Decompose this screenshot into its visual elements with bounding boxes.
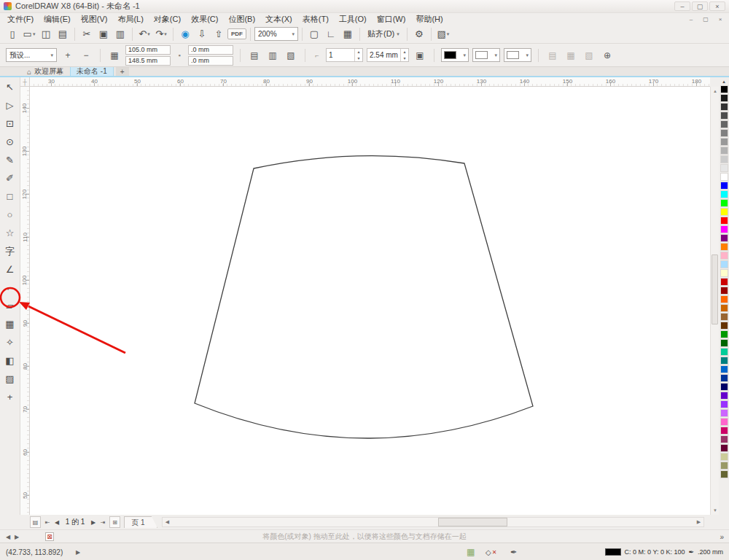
- cut-button[interactable]: ✂: [79, 27, 95, 42]
- search-content-button[interactable]: ◉: [177, 27, 193, 42]
- menu-bitmaps[interactable]: 位图(B): [223, 13, 260, 26]
- palette-color-swatch[interactable]: [720, 190, 728, 198]
- corner-style-icon[interactable]: ⌐: [312, 48, 322, 63]
- count-spin-buttons[interactable]: ▴▾: [354, 49, 362, 61]
- palette-color-swatch[interactable]: [720, 374, 728, 382]
- horizontal-ruler[interactable]: 3040506070809010011012013014015016017018…: [30, 77, 710, 87]
- offset-y-field[interactable]: .0 mm: [188, 56, 233, 66]
- menu-view[interactable]: 视图(V): [76, 13, 113, 26]
- horizontal-scrollbar[interactable]: ◀ ▶: [162, 517, 704, 527]
- artistic-media-tool[interactable]: ✐: [1, 169, 19, 187]
- count-stepper[interactable]: 1 ▴▾: [326, 48, 363, 62]
- palette-color-swatch[interactable]: [720, 278, 728, 286]
- eyedropper-tool[interactable]: ✧: [1, 333, 19, 351]
- undo-button[interactable]: ↶▾: [136, 27, 152, 42]
- menu-object[interactable]: 对象(C): [149, 13, 186, 26]
- order-button[interactable]: ▧: [582, 48, 596, 63]
- lampshade-shape[interactable]: [195, 156, 533, 438]
- palette-color-swatch[interactable]: [720, 103, 728, 111]
- shape-tool[interactable]: ▷: [1, 96, 19, 114]
- snap-to-dropdown[interactable]: 贴齐(D) ▾: [364, 27, 403, 42]
- open-button[interactable]: ▭▾: [21, 27, 37, 42]
- palette-color-swatch[interactable]: [720, 173, 728, 181]
- document-palette-icon[interactable]: ▦: [467, 543, 475, 560]
- page-sorter-button[interactable]: ▤: [30, 516, 41, 528]
- palette-color-swatch[interactable]: [720, 217, 728, 225]
- options-button[interactable]: ⚙: [411, 27, 427, 42]
- doc-restore-button[interactable]: ▢: [699, 15, 712, 23]
- save-button[interactable]: ◫: [38, 27, 54, 42]
- print-button[interactable]: ▤: [55, 27, 71, 42]
- spacing-stepper[interactable]: 2.54 mm ▴▾: [367, 48, 409, 62]
- menu-text[interactable]: 文本(X): [260, 13, 297, 26]
- palette-color-swatch[interactable]: [720, 269, 728, 277]
- palette-color-swatch[interactable]: [720, 295, 728, 303]
- crop-tool[interactable]: ⊡: [1, 114, 19, 133]
- fullscreen-preview-button[interactable]: ▢: [306, 27, 322, 42]
- scroll-left-button[interactable]: ◀: [163, 518, 172, 526]
- palette-color-swatch[interactable]: [720, 120, 728, 128]
- wrap-text-button[interactable]: ▤: [545, 48, 560, 63]
- offset-x-field[interactable]: .0 mm: [188, 45, 233, 55]
- palette-color-swatch[interactable]: [720, 339, 728, 347]
- snap-option-2-button[interactable]: ▥: [265, 48, 280, 63]
- palette-color-swatch[interactable]: [720, 164, 728, 172]
- menu-file[interactable]: 文件(F): [2, 13, 39, 26]
- rectangle-tool[interactable]: □: [1, 187, 19, 206]
- menu-window[interactable]: 窗口(W): [372, 13, 411, 26]
- drawing-canvas[interactable]: [30, 87, 710, 515]
- scroll-right-button[interactable]: ▶: [694, 518, 703, 526]
- palette-color-swatch[interactable]: [720, 138, 728, 146]
- palette-color-swatch[interactable]: [720, 427, 728, 435]
- add-page-button[interactable]: ⊞: [109, 516, 120, 528]
- redo-button[interactable]: ↷▾: [153, 27, 169, 42]
- close-button[interactable]: ×: [709, 1, 725, 11]
- palette-color-swatch[interactable]: [720, 260, 728, 268]
- palette-color-swatch[interactable]: [720, 418, 728, 426]
- palette-color-swatch[interactable]: [720, 392, 728, 400]
- zoom-tool[interactable]: ⊙: [1, 133, 19, 151]
- show-rulers-button[interactable]: ∟: [323, 27, 339, 42]
- palette-color-swatch[interactable]: [720, 348, 728, 356]
- first-page-button[interactable]: ⇤: [43, 516, 52, 528]
- palette-color-swatch[interactable]: [720, 147, 728, 155]
- page-layout-icon[interactable]: ▦: [107, 48, 122, 63]
- ellipse-tool[interactable]: ○: [1, 206, 19, 224]
- previous-page-button[interactable]: ◀: [52, 516, 61, 528]
- polygon-tool[interactable]: ☆: [1, 224, 19, 242]
- menu-edit[interactable]: 编辑(E): [39, 13, 76, 26]
- palette-color-swatch[interactable]: [720, 199, 728, 207]
- palette-color-swatch[interactable]: [720, 252, 728, 260]
- fill-color-select-2[interactable]: ▾: [504, 48, 531, 62]
- palette-color-swatch[interactable]: [720, 304, 728, 312]
- palette-color-swatch[interactable]: [720, 243, 728, 251]
- next-page-button[interactable]: ▶: [89, 516, 98, 528]
- app-launcher-button[interactable]: ▧▾: [435, 27, 451, 42]
- palette-color-swatch[interactable]: [720, 409, 728, 417]
- menu-help[interactable]: 帮助(H): [410, 13, 448, 26]
- snap-option-1-button[interactable]: ▤: [247, 48, 262, 63]
- menu-table[interactable]: 表格(T): [297, 13, 334, 26]
- preset-select[interactable]: 预设... ▾: [6, 48, 57, 62]
- show-grid-button[interactable]: ▦: [340, 27, 356, 42]
- palette-color-swatch[interactable]: [720, 182, 728, 190]
- copy-button[interactable]: ▣: [95, 27, 112, 42]
- publish-pdf-button[interactable]: PDF: [227, 28, 246, 39]
- page-1-tab[interactable]: 页 1: [124, 516, 157, 528]
- new-document-button[interactable]: ▯: [4, 27, 20, 42]
- palette-color-swatch[interactable]: [720, 94, 728, 102]
- maximize-button[interactable]: ▢: [692, 1, 708, 11]
- group-button[interactable]: ▦: [564, 48, 578, 63]
- transparency-tool[interactable]: ▦: [1, 315, 19, 333]
- tab-document[interactable]: 未命名 -1: [70, 67, 114, 76]
- interactive-fill-tool[interactable]: ◧: [1, 351, 19, 370]
- doc-minimize-button[interactable]: –: [685, 15, 698, 23]
- palette-color-swatch[interactable]: [720, 462, 728, 470]
- horizontal-scroll-thumb[interactable]: [438, 518, 507, 526]
- palette-color-swatch[interactable]: [720, 225, 728, 233]
- palette-color-swatch[interactable]: [720, 234, 728, 242]
- tab-welcome-screen[interactable]: ⌂ 欢迎屏幕: [20, 67, 70, 76]
- palette-color-swatch[interactable]: [720, 208, 728, 216]
- vertical-ruler[interactable]: 1401301201101009080706050: [20, 87, 30, 515]
- new-tab-button[interactable]: +: [116, 67, 129, 76]
